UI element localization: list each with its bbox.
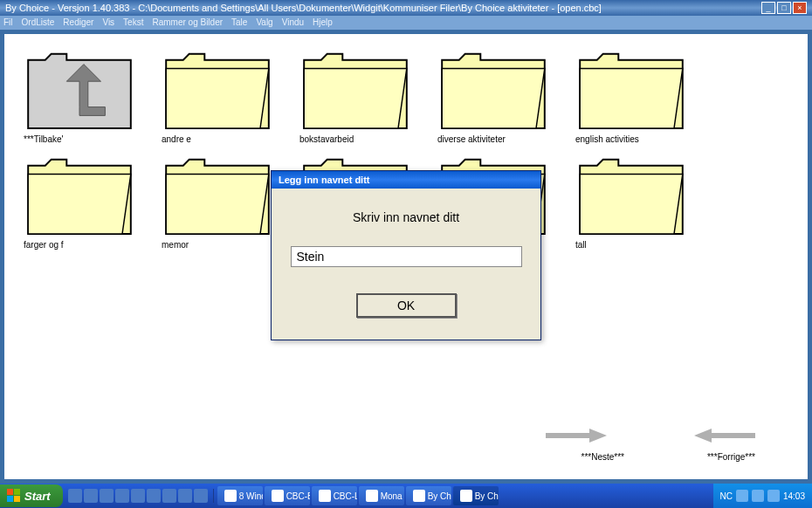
folder-label: farger og f: [22, 240, 64, 250]
quick-launch: [63, 489, 214, 503]
folder-label: tall: [574, 240, 587, 250]
folder-label: ***Tilbake': [22, 134, 63, 144]
folder-label: memor: [160, 240, 189, 250]
folder-item[interactable]: tall: [574, 153, 705, 250]
start-label: Start: [24, 490, 51, 503]
minimize-button[interactable]: _: [761, 2, 775, 14]
folder-item[interactable]: bokstavarbeid: [298, 47, 429, 144]
ok-button[interactable]: OK: [356, 293, 457, 318]
task-icon: [224, 490, 237, 502]
dialog-title-text: Legg inn navnet ditt: [279, 175, 370, 185]
folder-icon: [574, 153, 689, 238]
window-title: By Choice - Versjon 1.40.383 - C:\Docume…: [5, 3, 602, 13]
task-icon: [366, 490, 378, 502]
tray-icon[interactable]: [767, 490, 780, 502]
folder-item[interactable]: farger og f: [22, 153, 153, 250]
svg-rect-3: [14, 496, 20, 502]
menu-rammer[interactable]: Rammer og Bilder: [152, 17, 223, 28]
task-icon: [319, 490, 331, 502]
name-dialog: Legg inn navnet ditt Skriv inn navnet di…: [271, 170, 541, 340]
task-icon: [460, 490, 472, 502]
svg-rect-1: [14, 489, 20, 495]
ql-icon[interactable]: [131, 489, 145, 503]
task-item[interactable]: CBC-By Ch...: [265, 486, 310, 505]
folder-up-icon: [22, 47, 137, 133]
folder-icon: [436, 47, 551, 133]
menu-vindu[interactable]: Vindu: [282, 17, 304, 28]
folder-item[interactable]: english activities: [574, 47, 705, 144]
folder-icon: [574, 47, 689, 133]
menu-vis[interactable]: Vis: [102, 17, 114, 28]
ql-icon[interactable]: [147, 489, 161, 503]
ql-icon[interactable]: [100, 489, 114, 503]
ql-icon[interactable]: [68, 489, 82, 503]
folder-icon: [298, 47, 413, 133]
close-button[interactable]: ×: [793, 2, 807, 14]
next-label: ***Neste***: [581, 452, 623, 462]
system-tray: NC 14:03: [713, 484, 812, 508]
task-item-active[interactable]: By Choice -...: [453, 486, 499, 505]
folder-item[interactable]: andre e: [160, 47, 291, 144]
folder-label: english activities: [574, 134, 639, 144]
tray-icon[interactable]: [752, 490, 764, 502]
menu-bar: Fil OrdListe Rediger Vis Tekst Rammer og…: [0, 16, 812, 30]
menu-fil[interactable]: Fil: [3, 17, 13, 28]
menu-rediger[interactable]: Rediger: [63, 17, 93, 28]
menu-valg[interactable]: Valg: [256, 17, 272, 28]
folder-label: bokstavarbeid: [298, 134, 354, 144]
window-controls: _ □ ×: [761, 2, 807, 14]
ql-icon[interactable]: [162, 489, 176, 503]
windows-logo-icon: [7, 489, 21, 503]
taskbar-items: 8 Windo... CBC-By Ch... CBC-Lag o... Mon…: [214, 486, 713, 505]
taskbar: Start 8 Windo... CBC-By Ch... CBC-Lag o.…: [0, 484, 812, 508]
task-icon: [272, 490, 284, 502]
menu-tekst[interactable]: Tekst: [123, 17, 143, 28]
folder-label: diverse aktiviteter: [436, 134, 506, 144]
task-item[interactable]: CBC-Lag o...: [312, 486, 357, 505]
maximize-button[interactable]: □: [777, 2, 791, 14]
menu-ordliste[interactable]: OrdListe: [22, 17, 55, 28]
prev-label: ***Forrige***: [707, 452, 755, 462]
dialog-prompt: Skriv inn navnet ditt: [289, 210, 523, 224]
nav-arrows: [546, 427, 755, 444]
folder-back[interactable]: ***Tilbake': [22, 47, 153, 144]
language-indicator[interactable]: NC: [720, 491, 733, 501]
menu-tale[interactable]: Tale: [231, 17, 247, 28]
task-item[interactable]: By Choice: [406, 486, 451, 505]
svg-rect-2: [7, 496, 13, 502]
dialog-body: Skriv inn navnet ditt OK: [272, 189, 540, 340]
dialog-title-bar[interactable]: Legg inn navnet ditt: [272, 171, 540, 189]
folder-icon: [22, 153, 137, 238]
folder-item[interactable]: diverse aktiviteter: [436, 47, 567, 144]
arrow-right-icon[interactable]: [546, 427, 607, 444]
ql-icon[interactable]: [84, 489, 98, 503]
folder-icon: [160, 153, 275, 238]
folder-icon: [160, 47, 275, 133]
ql-icon[interactable]: [194, 489, 208, 503]
name-input[interactable]: [291, 246, 522, 267]
task-icon: [413, 490, 425, 502]
task-item[interactable]: Mona - Sa...: [359, 486, 404, 505]
svg-rect-0: [7, 489, 13, 495]
ql-icon[interactable]: [178, 489, 192, 503]
task-item[interactable]: 8 Windo...: [217, 486, 263, 505]
clock[interactable]: 14:03: [783, 491, 805, 501]
ql-icon[interactable]: [115, 489, 129, 503]
tray-icon[interactable]: [736, 490, 748, 502]
menu-hjelp[interactable]: Hjelp: [313, 17, 333, 28]
title-bar: By Choice - Versjon 1.40.383 - C:\Docume…: [0, 0, 812, 16]
arrow-left-icon[interactable]: [694, 427, 755, 444]
nav-labels: ***Neste*** ***Forrige***: [581, 452, 755, 462]
folder-label: andre e: [160, 134, 191, 144]
start-button[interactable]: Start: [0, 484, 63, 507]
